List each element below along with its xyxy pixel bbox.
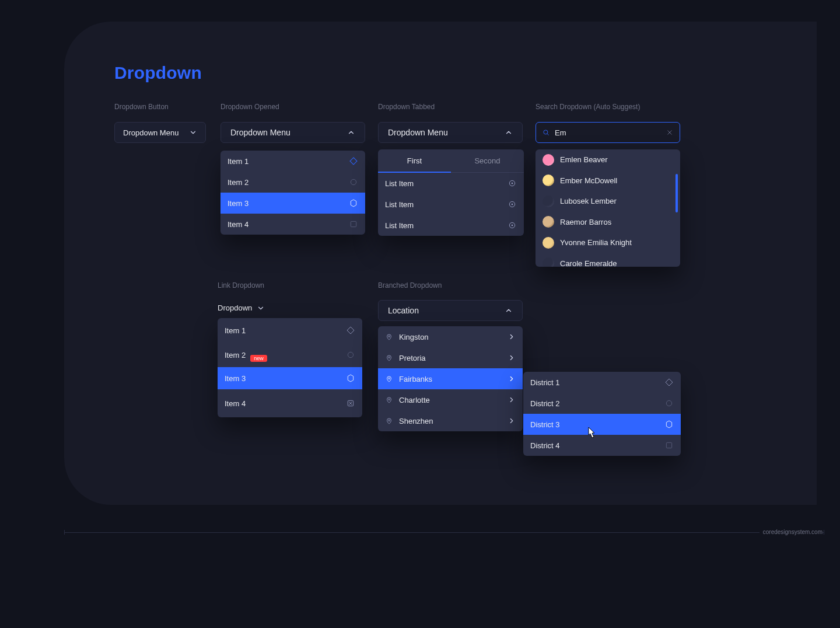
tab-label: First xyxy=(407,156,422,165)
location-item[interactable]: Fairbanks xyxy=(378,368,523,389)
dropdown-item[interactable]: Item 4 xyxy=(220,214,365,235)
search-result-name: Lubosek Lember xyxy=(560,197,617,205)
dropdown-item-label: Item 1 xyxy=(228,157,249,166)
branched-districts-panel: District 1 District 2 District 3 Distric… xyxy=(523,372,681,456)
list-item[interactable]: List Item xyxy=(378,194,524,215)
list-item[interactable]: List Item xyxy=(378,173,524,194)
search-icon xyxy=(542,128,550,137)
divider-tick xyxy=(64,530,65,535)
dropdown-item-label: Item 4 xyxy=(228,220,249,229)
svg-point-12 xyxy=(388,357,390,358)
dropdown-opened-panel: Item 1 Item 2 Item 3 Item 4 xyxy=(220,151,365,235)
dropdown-tabbed-toggle[interactable]: Dropdown Menu xyxy=(378,122,523,143)
search-result[interactable]: Yvonne Emilia Knight xyxy=(536,232,680,253)
location-item[interactable]: Pretoria xyxy=(378,347,523,368)
dropdown-item[interactable]: Item 3 xyxy=(218,367,362,389)
circle-dot-icon xyxy=(508,221,517,230)
dropdown-button-label: Dropdown Menu xyxy=(123,128,178,137)
dropdown-item-label: Item 1 xyxy=(225,326,246,335)
search-result[interactable]: Carole Emeralde xyxy=(536,253,680,267)
search-results-list: Emlen Beaver Ember McDowell Lubosek Lemb… xyxy=(536,149,680,267)
location-item[interactable]: Shenzhen xyxy=(378,410,523,431)
dropdown-item[interactable]: Item 2 xyxy=(220,172,365,193)
avatar xyxy=(542,216,554,228)
location-label: Kingston xyxy=(399,333,429,341)
dropdown-item[interactable]: Item 2 new xyxy=(218,343,362,367)
canvas xyxy=(64,22,817,505)
dropdown-tabbed-panel: First Second List Item List Item List It… xyxy=(378,149,524,236)
search-result[interactable]: Emlen Beaver xyxy=(536,149,680,170)
svg-point-16 xyxy=(666,400,671,406)
location-item[interactable]: Kingston xyxy=(378,326,523,347)
dropdown-item[interactable]: Item 1 xyxy=(220,151,365,172)
dropdown-button[interactable]: Dropdown Menu xyxy=(114,122,206,143)
dropdown-item-label: Item 2 xyxy=(225,351,246,360)
search-result[interactable]: Raemor Barros xyxy=(536,212,680,233)
branched-toggle[interactable]: Location xyxy=(378,300,523,321)
divider-tick xyxy=(824,530,824,535)
diamond-icon xyxy=(664,378,674,387)
chevron-right-icon xyxy=(508,354,516,362)
dropdown-item[interactable]: Item 3 xyxy=(220,193,365,214)
svg-point-3 xyxy=(512,183,513,184)
chevron-down-icon xyxy=(189,128,197,137)
branched-locations-panel: Kingston Pretoria Fairbanks Charlotte Sh… xyxy=(378,326,523,431)
search-input[interactable] xyxy=(550,128,666,137)
chevron-up-icon xyxy=(505,128,513,137)
chevron-right-icon xyxy=(508,396,516,404)
search-dropdown[interactable] xyxy=(536,122,680,143)
avatar xyxy=(542,257,554,267)
search-results-panel: Emlen Beaver Ember McDowell Lubosek Lemb… xyxy=(536,149,680,267)
district-label: District 2 xyxy=(530,399,560,408)
district-item[interactable]: District 3 xyxy=(523,414,681,435)
search-result-name: Raemor Barros xyxy=(560,218,611,226)
district-label: District 4 xyxy=(530,441,560,450)
dropdown-item-label: Item 2 xyxy=(228,178,249,187)
search-result-name: Ember McDowell xyxy=(560,176,617,185)
section-label-branched-dropdown: Branched Dropdown xyxy=(378,281,442,289)
search-result[interactable]: Lubosek Lember xyxy=(536,191,680,212)
section-label-link-dropdown: Link Dropdown xyxy=(218,281,264,289)
square-icon xyxy=(349,219,358,229)
link-dropdown-toggle[interactable]: Dropdown xyxy=(218,303,265,312)
svg-point-11 xyxy=(388,336,390,337)
section-label-search-dropdown: Search Dropdown (Auto Suggest) xyxy=(536,103,640,111)
list-item-label: List Item xyxy=(385,200,414,209)
search-result-name: Carole Emeralde xyxy=(560,259,617,267)
svg-point-9 xyxy=(348,352,353,357)
search-result-name: Yvonne Emilia Knight xyxy=(560,238,632,247)
location-label: Charlotte xyxy=(399,396,430,404)
branched-label: Location xyxy=(388,306,419,315)
svg-point-15 xyxy=(388,420,390,421)
dropdown-opened-label: Dropdown Menu xyxy=(230,128,290,137)
dropdown-tabbed-label: Dropdown Menu xyxy=(388,128,448,137)
search-result[interactable]: Ember McDowell xyxy=(536,170,680,191)
dropdown-opened-toggle[interactable]: Dropdown Menu xyxy=(220,122,365,143)
footer-text: coredesignsystem.com xyxy=(760,529,822,535)
scroll-thumb[interactable] xyxy=(676,174,678,212)
dropdown-item-label: Item 3 xyxy=(225,374,246,383)
svg-point-14 xyxy=(388,399,390,400)
chevron-right-icon xyxy=(508,375,516,383)
chevron-right-icon xyxy=(508,417,516,425)
page-title: Dropdown xyxy=(114,63,202,83)
clear-icon[interactable] xyxy=(666,128,674,137)
scrollbar[interactable] xyxy=(676,153,678,263)
tab-first[interactable]: First xyxy=(378,149,451,172)
diamond-icon xyxy=(349,156,358,166)
district-item[interactable]: District 1 xyxy=(523,372,681,393)
chevron-down-icon xyxy=(257,304,265,312)
location-label: Fairbanks xyxy=(399,375,432,383)
list-item[interactable]: List Item xyxy=(378,215,524,236)
pin-icon xyxy=(385,417,393,425)
square-icon xyxy=(664,441,674,450)
dropdown-item[interactable]: Item 1 xyxy=(218,318,362,343)
square-x-icon xyxy=(346,399,355,408)
circle-dot-icon xyxy=(508,179,517,188)
district-item[interactable]: District 2 xyxy=(523,393,681,414)
district-item[interactable]: District 4 xyxy=(523,435,681,456)
dropdown-item[interactable]: Item 4 xyxy=(218,389,362,417)
svg-rect-1 xyxy=(351,221,356,226)
tab-second[interactable]: Second xyxy=(451,149,524,172)
location-item[interactable]: Charlotte xyxy=(378,389,523,410)
